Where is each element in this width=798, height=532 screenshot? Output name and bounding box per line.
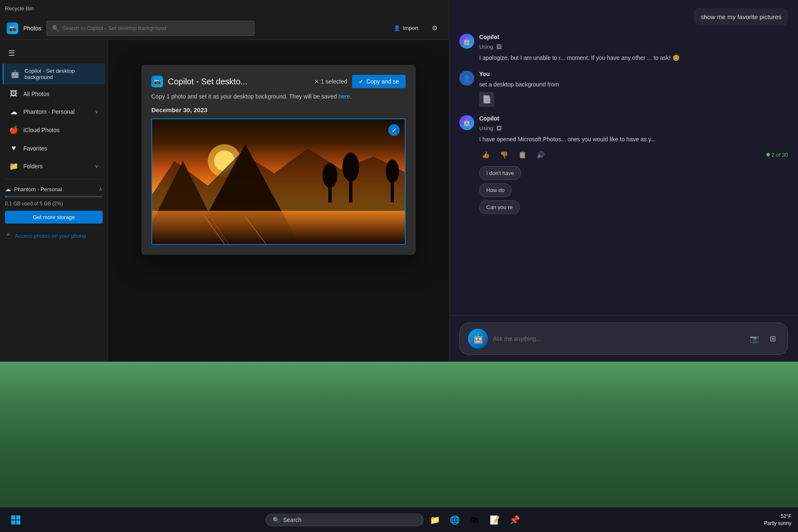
settings-button[interactable]: ⚙ <box>427 21 442 36</box>
photos-logo: 📷 <box>7 22 18 34</box>
copy-and-set-button[interactable]: ✓ Copy and se <box>352 75 406 88</box>
storage-usage-text: 0.1 GB used of 5 GB (2%) <box>5 201 103 207</box>
storage-bar-container <box>5 196 103 197</box>
sidebar-item-folders[interactable]: 📁 Folders ∨ <box>2 158 105 175</box>
initial-user-query: show me my favorite pictures <box>694 8 788 25</box>
thumbs-down-button[interactable]: 👎 <box>498 148 511 161</box>
sidebar-item-all-photos[interactable]: 🖼 All Photos <box>2 85 105 102</box>
sidebar-divider <box>5 179 103 179</box>
photos-tool-icon-3: 🖼 <box>496 125 502 131</box>
copilot-message-text-3: I have opened Microsoft Photos... ones y… <box>479 135 788 144</box>
screenshot-input-icon[interactable]: ⊞ <box>766 332 779 345</box>
selected-photo <box>152 119 405 244</box>
search-icon: 🔍 <box>52 25 59 32</box>
taskbar-extra[interactable]: 📌 <box>507 512 523 528</box>
user-message-text: set a desktop background from <box>479 80 788 89</box>
copilot-input-box: 🤖 📷 ⊞ <box>459 323 788 355</box>
suggestion-chip-2[interactable]: How do <box>479 183 512 197</box>
taskbar-store[interactable]: 🛍 <box>467 512 483 528</box>
photos-search-input[interactable] <box>62 25 249 31</box>
document-icon: 📄 <box>479 92 494 107</box>
taskbar-edge[interactable]: 🌐 <box>447 512 463 528</box>
close-icon: ✕ <box>314 78 319 85</box>
storage-header[interactable]: ☁ Phantom - Personal ∧ <box>5 186 103 192</box>
app-body: ☰ 🤖 Copilot - Set desktop background 🖼 A… <box>0 40 449 362</box>
folder-icon: 📁 <box>9 162 18 171</box>
windows-start-button[interactable] <box>7 511 25 529</box>
cloud-storage-icon: ☁ <box>5 186 11 192</box>
dialog-overlay: 📷 Copilot - Set deskto... ✕ 1 selected ✓… <box>108 40 449 362</box>
sidebar: ☰ 🤖 Copilot - Set desktop background 🖼 A… <box>0 40 108 362</box>
taskbar-file-explorer[interactable]: 📁 <box>427 512 443 528</box>
sidebar-item-phantom-personal[interactable]: ☁ Phantom - Personal ∨ <box>2 103 105 121</box>
photos-title: Photos <box>23 25 42 32</box>
message-content-2: You set a desktop background from 📄 <box>479 71 788 106</box>
selected-badge: ✕ 1 selected <box>314 78 347 85</box>
get-more-storage-button[interactable]: Get more storage <box>5 211 103 224</box>
storage-chevron-up-icon: ∧ <box>99 186 103 192</box>
title-bar: Recycle Bin <box>0 0 449 17</box>
taskbar-search-icon: 🔍 <box>273 517 280 523</box>
weather-label: Partly sunny <box>764 520 791 527</box>
suggestion-chip-3[interactable]: Can you re <box>479 200 520 214</box>
main-content: 📷 Copilot - Set deskto... ✕ 1 selected ✓… <box>108 40 449 362</box>
copilot-message-3: 🤖 Copilot Using: 🖼 I have opened Microso… <box>459 115 788 214</box>
message-content-3: Copilot Using: 🖼 I have opened Microsoft… <box>479 115 788 214</box>
taskbar-search-bar[interactable]: 🔍 Search <box>266 514 424 526</box>
photos-search-box[interactable]: 🔍 <box>47 21 254 36</box>
photos-app-window: Recycle Bin 📷 Photos 🔍 👤 Import ⚙ ☰ 🤖 Co… <box>0 0 449 362</box>
camera-input-icon[interactable]: 📷 <box>748 332 761 345</box>
header-actions: 👤 Import ⚙ <box>388 21 442 36</box>
copilot-sender-label-3: Copilot <box>479 115 788 122</box>
message-actions: 👍 👎 📋 🔊 2 of 30 <box>479 148 788 161</box>
weather-info: 52°F Partly sunny <box>764 513 791 527</box>
copilot-sender-label-1: Copilot <box>479 34 788 40</box>
sidebar-item-icloud[interactable]: 🍎 iCloud Photos <box>2 121 105 139</box>
phone-access-link[interactable]: 📱 Access photos on your phone <box>0 229 108 243</box>
here-link[interactable]: here. <box>338 93 352 100</box>
copy-button[interactable]: 📋 <box>516 148 529 161</box>
photos-tool-icon: 🖼 <box>496 44 502 50</box>
dialog-date: December 30, 2023 <box>151 106 406 113</box>
selected-photo-container[interactable]: ✓ <box>151 118 406 245</box>
import-button[interactable]: 👤 Import <box>388 22 424 34</box>
menu-button[interactable]: ☰ <box>3 45 20 62</box>
message-content-1: Copilot Using: 🖼 I apologize, but I am u… <box>479 34 788 62</box>
copilot-message-1: 🤖 Copilot Using: 🖼 I apologize, but I am… <box>459 34 788 62</box>
sidebar-item-copilot[interactable]: 🤖 Copilot - Set desktop background <box>2 64 105 84</box>
thumbs-up-button[interactable]: 👍 <box>479 148 493 161</box>
copilot-message-text-1: I apologize, but I am unable to r... mom… <box>479 53 788 62</box>
photos-icon: 🖼 <box>9 89 18 98</box>
taskbar-notes[interactable]: 📝 <box>487 512 503 528</box>
page-dot <box>766 153 770 156</box>
suggestion-chip-1[interactable]: I don't have <box>479 166 521 180</box>
taskbar-right: 52°F Partly sunny <box>757 513 798 527</box>
copilot-text-input[interactable] <box>493 335 743 342</box>
svg-point-7 <box>323 163 337 188</box>
storage-bar-fill <box>5 196 7 197</box>
storage-section: ☁ Phantom - Personal ∧ 0.1 GB used of 5 … <box>0 182 108 229</box>
speak-button[interactable]: 🔊 <box>534 148 547 161</box>
user-message-2: 👤 You set a desktop background from 📄 <box>459 71 788 106</box>
photo-check-badge: ✓ <box>388 124 400 136</box>
chevron-down-icon-2: ∨ <box>95 163 99 169</box>
taskbar-left <box>0 511 32 529</box>
windows-logo <box>11 515 20 525</box>
suggestion-chips: I don't have How do Can you re <box>479 166 788 214</box>
photos-header: 📷 Photos 🔍 👤 Import ⚙ <box>0 17 449 40</box>
using-badge-1: Using: 🖼 <box>479 44 502 50</box>
svg-point-11 <box>386 160 399 183</box>
icloud-icon: 🍎 <box>9 126 18 135</box>
copilot-panel: show me my favorite pictures 🤖 Copilot U… <box>449 0 798 362</box>
using-badge-3: Using: 🖼 <box>479 125 502 131</box>
dialog-header: 📷 Copilot - Set deskto... ✕ 1 selected ✓… <box>151 75 406 88</box>
copilot-avatar-3: 🤖 <box>459 115 474 130</box>
user-sender-label: You <box>479 71 788 77</box>
sidebar-item-favorites[interactable]: ♥ Favorites <box>2 140 105 157</box>
copilot-icon: 🤖 <box>10 69 20 79</box>
chevron-down-icon: ∨ <box>95 109 99 115</box>
copilot-input-area: 🤖 📷 ⊞ <box>449 315 798 362</box>
dialog-description: Copy 1 photo and set it as your desktop … <box>151 93 406 100</box>
check-icon: ✓ <box>359 78 364 85</box>
taskbar: 🔍 Search 📁 🌐 🛍 📝 📌 52°F Partly sunny <box>0 507 798 532</box>
